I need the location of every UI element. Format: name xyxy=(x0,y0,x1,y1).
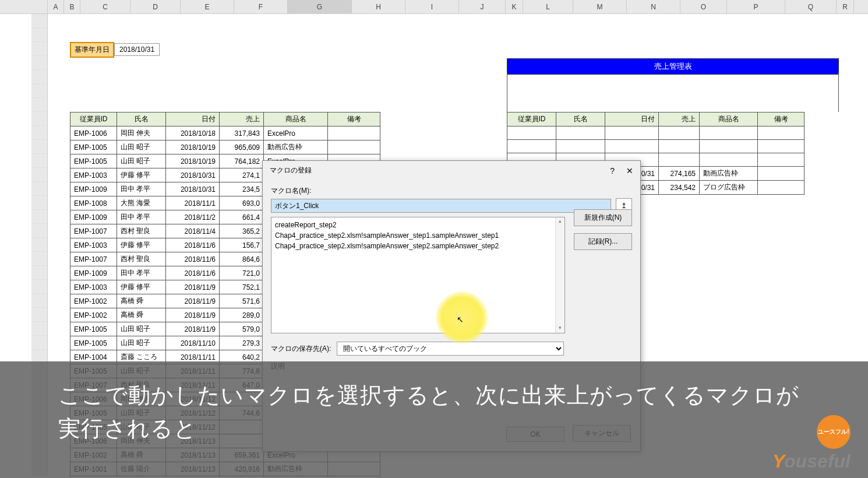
column-header[interactable]: K xyxy=(506,0,523,13)
scrollbar[interactable]: ▴ ▾ xyxy=(555,217,564,333)
dialog-titlebar: マクロの登録 ? ✕ xyxy=(263,161,640,180)
table-header-row: 従業員ID氏名日付売上商品名備考 xyxy=(70,113,380,126)
column-header[interactable]: I xyxy=(405,0,459,13)
column-header[interactable]: D xyxy=(130,0,181,13)
youseful-logo: Youseful xyxy=(772,451,851,472)
column-header-cell: 氏名 xyxy=(117,113,166,126)
record-macro-button[interactable]: 記録(R)... xyxy=(574,233,632,250)
column-header-cell: 日付 xyxy=(605,113,659,126)
column-header[interactable]: H xyxy=(352,0,405,13)
column-header-cell: 氏名 xyxy=(556,113,605,126)
column-header-cell: 商品名 xyxy=(264,113,328,126)
table-header-row: 従業員ID氏名日付売上商品名備考 xyxy=(507,113,805,126)
column-header-cell: 売上 xyxy=(659,113,700,126)
macro-list-item[interactable]: Chap4_practice_step2.xlsm!sampleAnswer_s… xyxy=(275,241,561,251)
column-header-cell: 従業員ID xyxy=(70,113,117,126)
sales-report-spacer xyxy=(507,72,839,112)
macro-name-label: マクロ名(M): xyxy=(271,186,632,196)
column-header[interactable]: M xyxy=(573,0,627,13)
youseful-badge-icon: ユースフル! xyxy=(817,415,851,449)
help-icon[interactable]: ? xyxy=(610,166,615,175)
reference-date-label: 基準年月日 xyxy=(70,42,114,58)
column-header-cell: 備考 xyxy=(758,113,805,126)
subtitle-caption: ここで動かしたいマクロを選択すると、次に出来上がってくるマクロが実行されると xyxy=(0,361,868,478)
column-header-cell: 商品名 xyxy=(700,113,758,126)
column-header[interactable]: J xyxy=(459,0,506,13)
table-row[interactable]: EMP-1005山田 昭子2018/10/19965,609動画広告枠 xyxy=(70,140,380,154)
column-header[interactable]: R xyxy=(837,0,854,13)
macro-save-location-label: マクロの保存先(A): xyxy=(271,344,331,354)
table-row[interactable]: EMP-1006岡田 伸夫2018/10/18317,843ExcelPro xyxy=(70,126,380,140)
column-headers: ABCDEFGHIJKLMNOPQR xyxy=(0,0,868,14)
column-header[interactable]: Q xyxy=(785,0,837,13)
column-header[interactable]: O xyxy=(680,0,727,13)
column-header[interactable]: F xyxy=(234,0,288,13)
column-header[interactable]: G xyxy=(288,0,352,13)
macro-list-item[interactable]: createReport_step2 xyxy=(275,220,561,230)
close-icon[interactable]: ✕ xyxy=(626,166,633,175)
column-header-cell: 売上 xyxy=(220,113,264,126)
table-row[interactable] xyxy=(507,140,805,153)
macro-name-input[interactable] xyxy=(271,199,611,213)
column-header[interactable]: N xyxy=(627,0,680,13)
macro-list[interactable]: createReport_step2 Chap4_practice_step2.… xyxy=(271,217,565,333)
column-header-cell: 日付 xyxy=(166,113,220,126)
column-header-cell: 備考 xyxy=(328,113,380,126)
macro-list-item[interactable]: Chap4_practice_step2.xlsm!sampleAnswer_s… xyxy=(275,230,561,241)
column-header-cell: 従業員ID xyxy=(507,113,556,126)
macro-save-location-select[interactable]: 開いているすべてのブック xyxy=(337,342,564,356)
dialog-title: マクロの登録 xyxy=(270,166,312,175)
column-header[interactable]: C xyxy=(80,0,130,13)
column-header[interactable]: P xyxy=(727,0,785,13)
column-header[interactable]: B xyxy=(64,0,80,13)
new-macro-button[interactable]: 新規作成(N) xyxy=(574,209,632,226)
table-row[interactable] xyxy=(507,126,805,140)
reference-date-value: 2018/10/31 xyxy=(114,43,160,56)
reference-date-cell: 基準年月日2018/10/31 xyxy=(70,42,160,58)
column-header[interactable]: L xyxy=(523,0,573,13)
column-header[interactable]: A xyxy=(48,0,64,13)
column-header[interactable]: E xyxy=(181,0,234,13)
